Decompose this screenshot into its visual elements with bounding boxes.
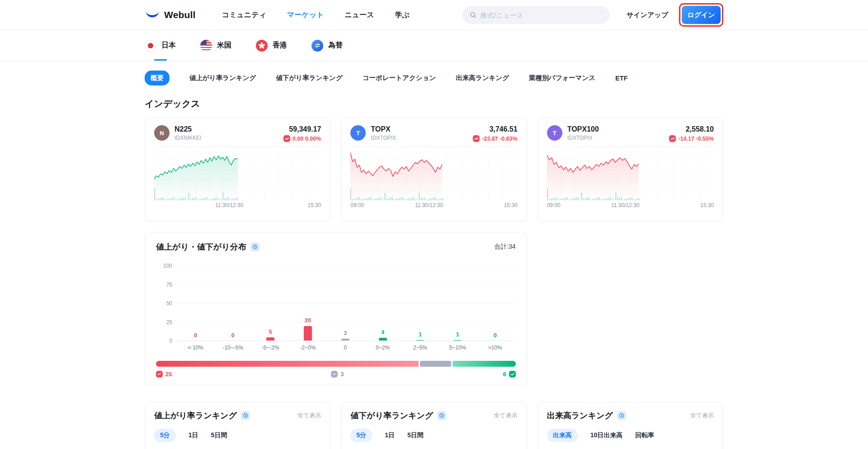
show-all-link[interactable]: 全て表示 [494,411,517,420]
x-axis: 09:0011:30/12:3015:30 [350,201,517,209]
dist-bar-cell: 0 [177,266,214,341]
tab-5min[interactable]: 5分 [350,429,372,442]
y-axis-tick: 100 [156,263,172,269]
trend-badge-icon [473,135,480,142]
x-axis-tick: 11:30/12:30 [215,202,244,208]
index-chart: 11:30/12:3015:30 [154,150,321,209]
subtab-corporate-actions[interactable]: コーポレートアクション [363,74,436,82]
index-price: 59,349.17 [283,125,321,133]
dist-bar-cell: 0 [476,266,514,341]
dist-bar-cell: 20 [289,266,327,341]
volume-ranking-card: 出来高ランキング 全て表示 出来高 10日出来高 回転率 No ティッカー/名前… [538,402,723,449]
region-tab-label: 日本 [161,41,176,50]
dist-bar-cell: 4 [364,266,401,341]
region-tab-label: 為替 [328,41,343,50]
japan-flag-icon [145,40,156,52]
signup-link[interactable]: サインアップ [627,11,668,19]
subtab-top-gainers[interactable]: 値上がり率ランキング [189,74,256,82]
index-symbol: TOPX100 [567,125,599,133]
index-change: 0.00 0.00% [292,136,321,142]
index-price: 2,558.10 [669,125,714,133]
region-tab-japan[interactable]: 日本 [145,30,176,61]
index-chart: 09:0011:30/12:3015:30 [350,150,517,209]
y-axis-tick: 25 [156,319,172,326]
tab-turnover[interactable]: 回転率 [635,431,654,440]
subtab-top-losers[interactable]: 値下がり率ランキング [276,74,342,82]
index-card-n225[interactable]: N N225 IDXNIKKEI 59,349.17 0.00 0.00% [145,118,330,221]
index-price: 3,746.51 [473,125,518,133]
index-card-topx[interactable]: T TOPX IDXTOPIX 3,746.51 -23.87 -0.63% [341,118,527,221]
card-title: 出来高ランキング [547,410,613,421]
dist-category-label: 0~2% [364,345,401,351]
declining-count: 25 [165,371,172,378]
nav-learn[interactable]: 学ぶ [395,10,410,20]
index-sparkline [154,150,321,200]
clock-icon [617,411,626,420]
index-avatar: T [350,125,366,141]
region-tab-us[interactable]: 米国 [200,30,231,61]
x-axis-tick: 11:30/12:30 [415,202,443,208]
index-card-topx100[interactable]: T TOPX100 IDXTOPIX 2,558.10 -14.17 -0.55… [538,118,723,221]
search-input[interactable] [481,11,602,19]
tab-1day[interactable]: 1日 [189,431,198,440]
tab-5days[interactable]: 5日間 [407,431,424,440]
webull-logo[interactable]: Webull [145,9,196,21]
distribution-total: 合計:34 [494,243,515,251]
dist-bar-cell: 3 [326,266,364,341]
ranking-cards-row: 値上がり率ランキング 全て表示 5分 1日 5日間 No ティッカー/名前 5分… [145,402,723,449]
tab-1day[interactable]: 1日 [385,431,395,440]
x-axis-tick: 11:30/12:30 [611,202,640,208]
x-axis-tick: 15:30 [504,202,518,208]
dist-bar-cell: 1 [401,266,439,341]
login-button[interactable]: ログイン [682,6,721,24]
show-all-link[interactable]: 全て表示 [297,411,321,420]
index-change: -14.17 -0.55% [678,136,714,142]
declining-icon [156,371,163,378]
x-axis-tick: 09:00 [547,202,561,208]
webull-logo-icon [145,9,160,21]
unchanged-icon [331,371,338,378]
distribution-categories: <-10%-10~-5%-5~-2%-2~0%00~2%2~5%5~10%>10… [177,345,514,351]
region-tab-hongkong[interactable]: 香港 [256,30,287,61]
advance-decline-bar [156,361,516,367]
tab-10day-volume[interactable]: 10日出来高 [590,431,623,440]
nav-news[interactable]: ニュース [344,10,374,20]
region-tab-label: 米国 [217,41,231,50]
region-tab-forex[interactable]: 為替 [311,30,343,61]
distribution-bars: 0052034110 [177,266,514,341]
nav-community[interactable]: コミュニティ [222,10,266,20]
show-all-link[interactable]: 全て表示 [690,411,714,420]
search-box[interactable] [462,6,609,24]
unchanged-count: 3 [340,371,344,378]
top-navigation-bar: Webull コミュニティ マーケット ニュース 学ぶ サインアップ ログイン [0,0,868,30]
subtab-volume-ranking[interactable]: 出来高ランキング [456,74,509,82]
search-icon [470,11,476,19]
index-avatar: T [547,125,562,141]
x-axis-tick: 09:00 [350,202,364,208]
tab-volume[interactable]: 出来高 [547,429,578,442]
subtab-overview[interactable]: 概要 [145,71,170,85]
clock-icon [241,411,250,420]
nav-markets[interactable]: マーケット [287,10,324,20]
card-title: 値上がり率ランキング [154,410,237,421]
dotted-divider [154,147,321,147]
dist-bar [304,326,312,341]
dotted-divider [350,147,517,147]
forex-exchange-icon [311,40,323,52]
dist-category-label: 0 [326,345,364,351]
clock-icon [437,411,446,420]
index-exchange: IDXTOPIX [567,135,599,141]
subtab-etf[interactable]: ETF [615,75,627,82]
dist-category-label: -10~-5% [214,345,252,351]
subtab-sector-performance[interactable]: 業種別パフォーマンス [529,74,595,82]
index-cards-row: N N225 IDXNIKKEI 59,349.17 0.00 0.00% [145,118,723,221]
main-nav: コミュニティ マーケット ニュース 学ぶ [222,10,410,20]
dist-category-label: >10% [476,345,514,351]
x-axis-tick: 15:30 [700,202,714,208]
tab-5days[interactable]: 5日間 [211,431,227,440]
index-symbol: N225 [175,125,201,133]
index-sparkline [350,150,517,200]
clock-icon [250,242,259,251]
dist-category-label: 2~5% [401,345,439,351]
tab-5min[interactable]: 5分 [154,429,176,442]
